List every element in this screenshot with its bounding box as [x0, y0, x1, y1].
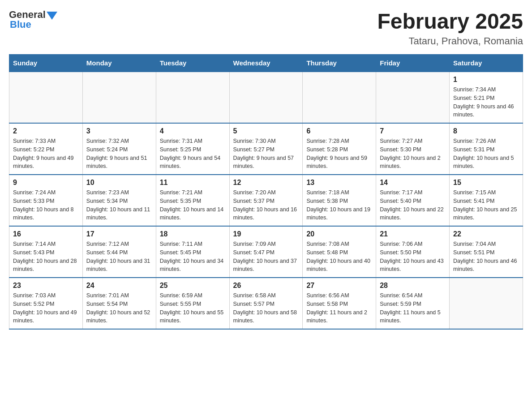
calendar-cell: 4Sunrise: 7:31 AMSunset: 5:25 PMDaylight… [156, 123, 229, 175]
day-info: Sunrise: 7:28 AMSunset: 5:28 PMDaylight:… [306, 137, 372, 171]
day-info: Sunrise: 7:31 AMSunset: 5:25 PMDaylight:… [160, 137, 226, 171]
calendar-cell: 26Sunrise: 6:58 AMSunset: 5:57 PMDayligh… [229, 278, 303, 329]
day-number: 4 [160, 127, 226, 135]
day-number: 21 [380, 230, 446, 238]
calendar-cell: 19Sunrise: 7:09 AMSunset: 5:47 PMDayligh… [229, 226, 303, 278]
day-info: Sunrise: 7:32 AMSunset: 5:24 PMDaylight:… [86, 137, 152, 171]
calendar-cell: 20Sunrise: 7:08 AMSunset: 5:48 PMDayligh… [303, 226, 376, 278]
day-number: 13 [306, 179, 372, 187]
calendar-cell: 17Sunrise: 7:12 AMSunset: 5:44 PMDayligh… [82, 226, 156, 278]
calendar-cell: 15Sunrise: 7:15 AMSunset: 5:41 PMDayligh… [450, 175, 523, 226]
day-info: Sunrise: 7:12 AMSunset: 5:44 PMDaylight:… [86, 240, 152, 274]
calendar-cell: 21Sunrise: 7:06 AMSunset: 5:50 PMDayligh… [376, 226, 450, 278]
column-header-saturday: Saturday [450, 55, 523, 72]
calendar-cell: 8Sunrise: 7:26 AMSunset: 5:31 PMDaylight… [450, 123, 523, 175]
day-info: Sunrise: 7:34 AMSunset: 5:21 PMDaylight:… [453, 86, 519, 119]
calendar-week-row: 9Sunrise: 7:24 AMSunset: 5:33 PMDaylight… [9, 175, 523, 226]
day-number: 10 [86, 179, 152, 187]
day-number: 22 [453, 230, 519, 238]
calendar-cell: 25Sunrise: 6:59 AMSunset: 5:55 PMDayligh… [156, 278, 229, 329]
day-number: 9 [13, 179, 79, 187]
calendar-cell: 12Sunrise: 7:20 AMSunset: 5:37 PMDayligh… [229, 175, 303, 226]
day-info: Sunrise: 7:33 AMSunset: 5:22 PMDaylight:… [13, 137, 79, 171]
calendar-table: SundayMondayTuesdayWednesdayThursdayFrid… [9, 54, 523, 330]
day-number: 19 [233, 230, 299, 238]
day-number: 2 [13, 127, 79, 135]
calendar-week-row: 23Sunrise: 7:03 AMSunset: 5:52 PMDayligh… [9, 278, 523, 329]
column-header-tuesday: Tuesday [156, 55, 229, 72]
day-number: 28 [380, 282, 446, 290]
calendar-cell: 11Sunrise: 7:21 AMSunset: 5:35 PMDayligh… [156, 175, 229, 226]
day-number: 25 [160, 282, 226, 290]
calendar-cell: 16Sunrise: 7:14 AMSunset: 5:43 PMDayligh… [9, 226, 83, 278]
calendar-cell [229, 72, 303, 123]
calendar-cell: 18Sunrise: 7:11 AMSunset: 5:45 PMDayligh… [156, 226, 229, 278]
calendar-cell: 22Sunrise: 7:04 AMSunset: 5:51 PMDayligh… [450, 226, 523, 278]
calendar-header-row: SundayMondayTuesdayWednesdayThursdayFrid… [9, 55, 523, 72]
day-number: 20 [306, 230, 372, 238]
logo-triangle-icon [47, 12, 57, 20]
day-info: Sunrise: 6:58 AMSunset: 5:57 PMDaylight:… [233, 291, 299, 325]
day-number: 8 [453, 127, 519, 135]
day-info: Sunrise: 7:14 AMSunset: 5:43 PMDaylight:… [13, 240, 79, 274]
calendar-week-row: 2Sunrise: 7:33 AMSunset: 5:22 PMDaylight… [9, 123, 523, 175]
calendar-subtitle: Tataru, Prahova, Romania [377, 35, 523, 47]
day-info: Sunrise: 7:18 AMSunset: 5:38 PMDaylight:… [306, 188, 372, 222]
day-number: 23 [13, 282, 79, 290]
day-info: Sunrise: 7:23 AMSunset: 5:34 PMDaylight:… [86, 188, 152, 222]
column-header-monday: Monday [82, 55, 156, 72]
calendar-cell: 28Sunrise: 6:54 AMSunset: 5:59 PMDayligh… [376, 278, 450, 329]
calendar-cell [303, 72, 376, 123]
day-number: 27 [306, 282, 372, 290]
calendar-cell [156, 72, 229, 123]
calendar-cell [82, 72, 156, 123]
calendar-cell: 27Sunrise: 6:56 AMSunset: 5:58 PMDayligh… [303, 278, 376, 329]
page-header: General Blue February 2025 Tataru, Praho… [9, 9, 523, 47]
calendar-cell: 24Sunrise: 7:01 AMSunset: 5:54 PMDayligh… [82, 278, 156, 329]
day-info: Sunrise: 7:01 AMSunset: 5:54 PMDaylight:… [86, 291, 152, 325]
day-info: Sunrise: 7:03 AMSunset: 5:52 PMDaylight:… [13, 291, 79, 325]
column-header-friday: Friday [376, 55, 450, 72]
logo: General Blue [9, 9, 57, 30]
day-number: 24 [86, 282, 152, 290]
calendar-week-row: 16Sunrise: 7:14 AMSunset: 5:43 PMDayligh… [9, 226, 523, 278]
calendar-cell: 13Sunrise: 7:18 AMSunset: 5:38 PMDayligh… [303, 175, 376, 226]
day-info: Sunrise: 7:17 AMSunset: 5:40 PMDaylight:… [380, 188, 446, 222]
day-info: Sunrise: 7:24 AMSunset: 5:33 PMDaylight:… [13, 188, 79, 222]
calendar-cell: 14Sunrise: 7:17 AMSunset: 5:40 PMDayligh… [376, 175, 450, 226]
day-info: Sunrise: 7:06 AMSunset: 5:50 PMDaylight:… [380, 240, 446, 274]
day-number: 16 [13, 230, 79, 238]
day-number: 12 [233, 179, 299, 187]
calendar-cell: 6Sunrise: 7:28 AMSunset: 5:28 PMDaylight… [303, 123, 376, 175]
day-number: 1 [453, 76, 519, 84]
day-number: 6 [306, 127, 372, 135]
day-number: 18 [160, 230, 226, 238]
calendar-cell: 3Sunrise: 7:32 AMSunset: 5:24 PMDaylight… [82, 123, 156, 175]
calendar-cell [450, 278, 523, 329]
day-number: 11 [160, 179, 226, 187]
day-info: Sunrise: 7:09 AMSunset: 5:47 PMDaylight:… [233, 240, 299, 274]
calendar-title: February 2025 [377, 9, 523, 34]
column-header-wednesday: Wednesday [229, 55, 303, 72]
logo-text-blue: Blue [9, 19, 31, 30]
day-number: 7 [380, 127, 446, 135]
day-info: Sunrise: 7:11 AMSunset: 5:45 PMDaylight:… [160, 240, 226, 274]
day-number: 26 [233, 282, 299, 290]
day-info: Sunrise: 7:08 AMSunset: 5:48 PMDaylight:… [306, 240, 372, 274]
day-number: 14 [380, 179, 446, 187]
calendar-cell: 23Sunrise: 7:03 AMSunset: 5:52 PMDayligh… [9, 278, 83, 329]
day-info: Sunrise: 7:26 AMSunset: 5:31 PMDaylight:… [453, 137, 519, 171]
day-number: 5 [233, 127, 299, 135]
day-info: Sunrise: 7:21 AMSunset: 5:35 PMDaylight:… [160, 188, 226, 222]
day-info: Sunrise: 6:56 AMSunset: 5:58 PMDaylight:… [306, 291, 372, 325]
day-number: 17 [86, 230, 152, 238]
column-header-sunday: Sunday [9, 55, 83, 72]
calendar-cell [376, 72, 450, 123]
column-header-thursday: Thursday [303, 55, 376, 72]
day-info: Sunrise: 7:27 AMSunset: 5:30 PMDaylight:… [380, 137, 446, 171]
calendar-cell: 9Sunrise: 7:24 AMSunset: 5:33 PMDaylight… [9, 175, 83, 226]
calendar-cell: 1Sunrise: 7:34 AMSunset: 5:21 PMDaylight… [450, 72, 523, 123]
day-info: Sunrise: 7:30 AMSunset: 5:27 PMDaylight:… [233, 137, 299, 171]
calendar-cell [9, 72, 83, 123]
title-block: February 2025 Tataru, Prahova, Romania [377, 9, 523, 47]
